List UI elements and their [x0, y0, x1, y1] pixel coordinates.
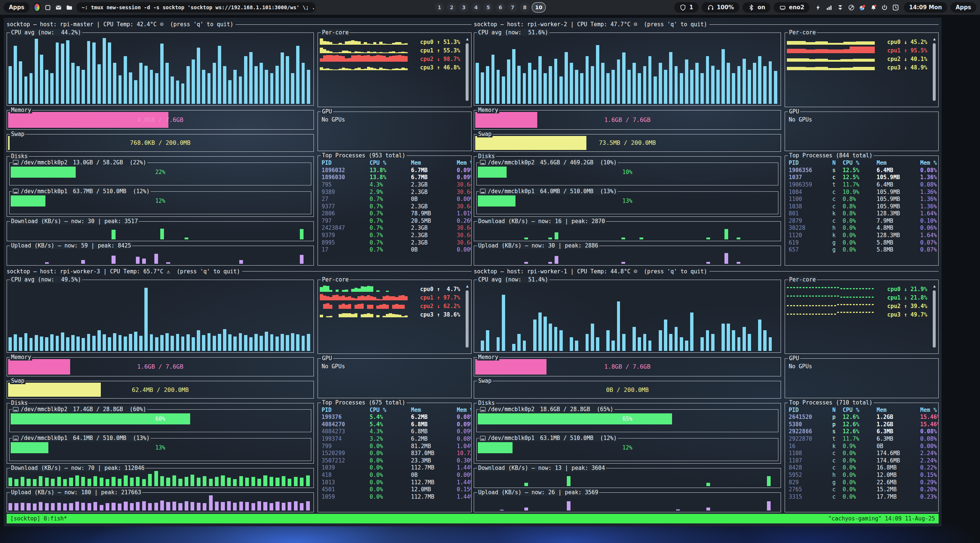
per-core-scrollbar[interactable]: ▲ — [465, 284, 469, 348]
scroll-up-icon[interactable]: ▲ — [932, 37, 936, 41]
disks-panel-label: Disks — [477, 400, 496, 406]
tmux-session-label[interactable]: [socktop] 0:fish* — [10, 515, 67, 522]
lightning-icon[interactable] — [814, 4, 822, 11]
graph-bar — [395, 53, 398, 53]
graph-bar — [806, 314, 808, 315]
process-cell: 1906356 — [789, 167, 832, 174]
scroll-up-icon[interactable]: ▲ — [465, 37, 469, 41]
core-row-cpu1: cpu1 ↑ 97.7% — [318, 292, 471, 300]
graph-bar — [364, 69, 367, 70]
graph-bar — [291, 333, 294, 351]
per-core-scrollbar[interactable]: ▲ — [932, 284, 936, 348]
clock-button[interactable]: 14:09 Mon — [904, 2, 947, 13]
scrollbar-track[interactable] — [933, 43, 936, 101]
workspace-4[interactable]: 4 — [471, 3, 481, 12]
history-icon[interactable] — [892, 4, 899, 11]
graph-bar — [323, 304, 326, 309]
status-pill-network[interactable]: eno2 — [773, 2, 810, 13]
graph-bar — [554, 327, 558, 351]
steam-icon[interactable] — [848, 4, 855, 11]
terminal-pane-rpi-worker-1[interactable]: socktop — host: rpi-worker-1 | CPU Temp:… — [474, 268, 939, 513]
workspace-3[interactable]: 3 — [459, 3, 469, 12]
graph-bar — [803, 314, 805, 315]
scroll-up-icon[interactable]: ▲ — [465, 284, 469, 288]
core-row-cpu1: cpu1 ↑ 95.5% — [785, 45, 938, 53]
pane-title-row: socktop — host: rpi-worker-1 | CPU Temp:… — [474, 268, 939, 275]
power-icon[interactable] — [881, 4, 888, 11]
pane-right-column: Per-corecpu0 ↑ 4.7%cpu1 ↑ 97.7%cpu2 ↓ 62… — [318, 276, 471, 513]
cpu-avg-panel: CPU avg (now: 51.6%) — [474, 32, 781, 106]
graph-bar — [528, 63, 531, 104]
workspace-6[interactable]: 6 — [496, 3, 505, 12]
terminal-window[interactable]: socktop — host: rpi-master | CPU Temp: 4… — [4, 18, 942, 526]
workspace-10[interactable]: 10 — [532, 3, 546, 12]
graph-bar — [228, 80, 232, 104]
mail-icon[interactable] — [55, 4, 62, 11]
status-pill-bluetooth[interactable]: on — [743, 2, 771, 13]
graph-bar — [124, 56, 127, 104]
graph-bar — [853, 67, 856, 70]
process-cell: 4501 — [321, 486, 370, 494]
workspace-5[interactable]: 5 — [484, 3, 493, 12]
terminal-pane-rpi-worker-2[interactable]: socktop — host: rpi-worker-2 | CPU Temp:… — [474, 21, 939, 266]
terminal-pane-rpi-master[interactable]: socktop — host: rpi-master | CPU Temp: 4… — [6, 21, 471, 266]
per-core-scrollbar[interactable]: ▲ — [465, 37, 469, 101]
swap-panel: Swap73.5MB / 200.0MB — [474, 134, 781, 152]
scroll-up-icon[interactable]: ▲ — [932, 284, 936, 288]
apps-button-right[interactable]: Apps — [950, 2, 976, 13]
disk-mmcblk0p1: /dev/mmcblk0p1 64.0MB / 510.0MB (13%)13% — [476, 191, 778, 214]
window-title-button[interactable]: ~: tmux new-session -d -s socktop 'sockt… — [76, 2, 316, 13]
bell-icon[interactable] — [870, 4, 877, 11]
graph-bar — [815, 314, 817, 315]
graph-bar — [358, 52, 361, 53]
window-icon[interactable] — [44, 4, 51, 11]
process-cell: 0.09% — [457, 428, 471, 436]
graph-bar — [389, 70, 392, 70]
process-row: 15202990.0%837.0MB10.72% — [321, 450, 469, 457]
disk-mmcblk0p1: /dev/mmcblk0p1 63.7MB / 510.0MB (12%)12% — [9, 191, 311, 214]
per-core-scrollbar[interactable]: ▲ — [932, 37, 936, 101]
graph-bar — [348, 51, 352, 54]
graph-bar — [57, 477, 61, 486]
graph-bar — [35, 335, 38, 351]
graph-bar — [389, 313, 392, 317]
graph-bar — [401, 316, 405, 317]
workspace-2[interactable]: 2 — [447, 3, 457, 12]
graph-bar — [822, 287, 823, 288]
workspace-7[interactable]: 7 — [508, 3, 517, 12]
updates-chevron-icon[interactable] — [836, 4, 844, 11]
audio-levels-icon[interactable] — [825, 4, 833, 11]
graph-bar — [872, 297, 873, 298]
workspace-1[interactable]: 1 — [434, 3, 444, 12]
app-circle-icon[interactable] — [33, 4, 41, 11]
graph-bar — [872, 59, 875, 62]
graph-bar — [859, 67, 862, 70]
process-cell: 0.0% — [843, 218, 877, 225]
graph-bar — [221, 502, 224, 511]
scrollbar-track[interactable] — [933, 290, 936, 348]
terminal-pane-rpi-worker-3[interactable]: socktop — host: rpi-worker-3 | CPU Temp:… — [6, 268, 471, 513]
graph-bar — [329, 297, 333, 300]
status-pill-headphones[interactable]: 100% — [702, 2, 739, 13]
taskbar-icons — [33, 4, 73, 11]
scrollbar-track[interactable] — [466, 290, 469, 348]
graph-bar — [332, 44, 336, 45]
graph-bar — [69, 478, 73, 486]
graph-bar — [727, 63, 730, 104]
graph-bar — [803, 41, 806, 45]
graph-bar — [286, 56, 289, 104]
graph-bar — [822, 41, 825, 45]
folder-icon[interactable] — [65, 4, 73, 11]
graph-bar — [181, 336, 185, 351]
graph-bar — [872, 312, 873, 313]
graph-bar — [502, 76, 505, 104]
graph-bar — [227, 501, 231, 511]
package-update-icon[interactable] — [859, 4, 866, 11]
workspace-8[interactable]: 8 — [520, 3, 530, 12]
status-pill-shield[interactable]: 1 — [674, 2, 698, 13]
graph-bar — [154, 503, 158, 511]
apps-button-left[interactable]: Apps — [4, 2, 30, 13]
scrollbar-track[interactable] — [466, 43, 469, 101]
graph-bar — [676, 510, 680, 511]
graph-bar — [233, 479, 237, 486]
